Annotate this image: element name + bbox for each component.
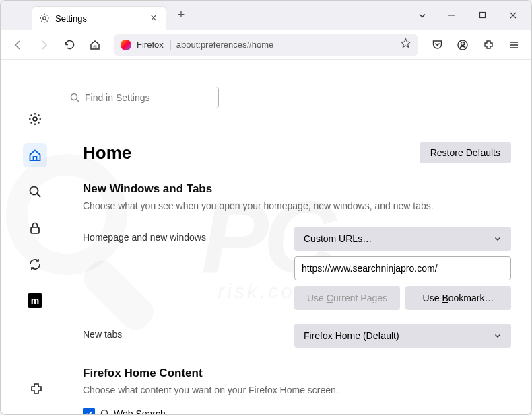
tab-title: Settings [55, 13, 143, 24]
homepage-select-value: Custom URLs… [304, 233, 372, 244]
newtabs-select[interactable]: Firefox Home (Default) [294, 324, 511, 348]
svg-line-15 [77, 100, 79, 102]
section-new-windows-tabs: New Windows and Tabs Choose what you see… [83, 182, 511, 348]
close-window-button[interactable] [498, 2, 529, 29]
use-current-pages-button[interactable]: Use Current Pages [294, 286, 400, 310]
section-home-content: Firefox Home Content Choose what content… [83, 367, 511, 414]
restore-defaults-button[interactable]: Restore Defaults [420, 142, 511, 163]
section-title: New Windows and Tabs [83, 182, 511, 196]
page-header: Home Restore Defaults [83, 142, 511, 163]
find-in-settings[interactable] [69, 87, 219, 108]
sidebar-general[interactable] [23, 107, 47, 131]
new-tab-button[interactable]: + [172, 6, 191, 25]
extensions-icon[interactable] [477, 34, 499, 56]
search-icon [70, 93, 79, 102]
web-search-label: Web Search [100, 408, 166, 414]
bookmark-star-icon[interactable] [400, 38, 411, 52]
sidebar-home[interactable] [23, 143, 47, 167]
homepage-row: Homepage and new windows Custom URLs… Us… [83, 227, 511, 310]
homepage-label: Homepage and new windows [83, 227, 285, 243]
checkmark-icon [85, 410, 93, 414]
svg-point-0 [43, 17, 46, 20]
sidebar-more-mozilla[interactable]: m [23, 289, 47, 313]
page-title: Home [83, 143, 420, 163]
newtabs-row: New tabs Firefox Home (Default) [83, 324, 511, 348]
newtabs-label: New tabs [83, 324, 285, 340]
sidebar-extensions[interactable] [24, 377, 48, 401]
section-desc: Choose what you see when you open your h… [83, 200, 511, 213]
find-in-settings-input[interactable] [85, 92, 211, 103]
content-area: PC risk.com m Home Restore Defaults New [1, 60, 531, 414]
account-icon[interactable] [452, 34, 473, 56]
titlebar: Settings × + [1, 1, 531, 30]
svg-point-10 [33, 117, 37, 121]
svg-rect-13 [31, 227, 39, 233]
tab-settings[interactable]: Settings × [32, 6, 166, 30]
home-button[interactable] [84, 34, 106, 56]
sidebar-search[interactable] [23, 180, 47, 204]
maximize-button[interactable] [467, 2, 498, 29]
svg-point-16 [102, 410, 108, 414]
svg-rect-2 [479, 13, 485, 18]
homepage-url-input[interactable] [294, 256, 511, 280]
tabs-dropdown-icon[interactable] [409, 11, 436, 20]
pocket-icon[interactable] [426, 34, 448, 56]
section-desc: Choose what content you want on your Fir… [83, 384, 511, 398]
sidebar: m [1, 60, 69, 414]
chevron-down-icon [494, 235, 502, 243]
newtabs-select-value: Firefox Home (Default) [304, 330, 399, 341]
window-controls [436, 2, 529, 29]
close-tab-icon[interactable]: × [148, 13, 159, 24]
browser-window: Settings × + Firefox about:preferences#h… [0, 0, 532, 415]
web-search-row: Web Search [83, 408, 511, 414]
back-button[interactable] [7, 34, 29, 56]
chevron-down-icon [494, 332, 502, 340]
menu-icon[interactable] [503, 34, 525, 56]
reload-button[interactable] [59, 34, 80, 56]
mozilla-icon: m [28, 293, 42, 308]
web-search-checkbox[interactable] [83, 408, 95, 414]
urlbar-address: about:preferences#home [176, 40, 395, 50]
urlbar-identity: Firefox [137, 40, 171, 50]
svg-point-11 [30, 187, 38, 195]
search-icon [100, 409, 110, 414]
minimize-button[interactable] [436, 2, 467, 29]
sidebar-sync[interactable] [23, 252, 47, 276]
gear-icon [39, 13, 50, 24]
sidebar-privacy[interactable] [23, 216, 47, 240]
main-content: Home Restore Defaults New Windows and Ta… [69, 60, 531, 414]
svg-point-14 [71, 94, 77, 100]
toolbar: Firefox about:preferences#home [1, 30, 531, 60]
svg-point-6 [461, 42, 465, 45]
firefox-logo-icon [121, 40, 131, 50]
urlbar[interactable]: Firefox about:preferences#home [114, 34, 418, 56]
section-title: Firefox Home Content [83, 367, 511, 380]
svg-line-12 [37, 194, 40, 197]
forward-button [33, 34, 55, 56]
homepage-select[interactable]: Custom URLs… [294, 227, 511, 251]
use-bookmark-button[interactable]: Use Bookmark… [405, 286, 511, 310]
